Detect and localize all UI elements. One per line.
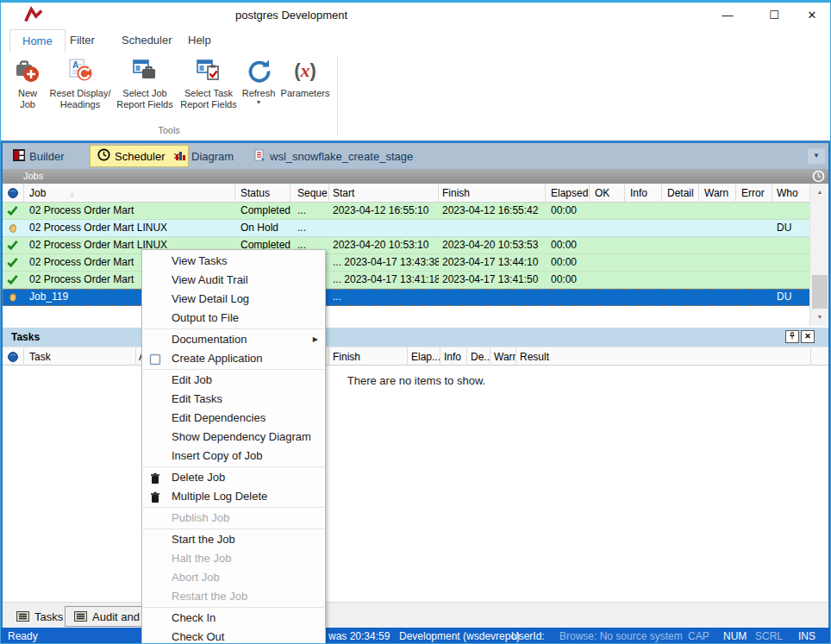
menu-item-halt-the-job: Halt the Job: [142, 549, 325, 568]
status-num-lock: NUM: [723, 628, 747, 644]
menu-item-delete-job[interactable]: Delete Job: [142, 468, 325, 487]
group-divider: [337, 56, 338, 135]
trash-icon: [149, 491, 161, 510]
menu-item-edit-job[interactable]: Edit Job: [142, 371, 325, 390]
scroll-down-icon[interactable]: ▼: [810, 309, 829, 326]
ribbon-tab-bar: Home Filter Scheduler Help: [1, 27, 830, 53]
tasks-row-state-column-icon[interactable]: [3, 347, 24, 366]
scroll-up-icon[interactable]: ▲: [810, 184, 829, 201]
menu-item-edit-tasks[interactable]: Edit Tasks: [142, 390, 325, 409]
tab-overflow-dropdown-icon[interactable]: ▼: [808, 148, 825, 164]
menu-item-create-application[interactable]: Create Application: [142, 349, 325, 368]
column-header-who[interactable]: Who: [772, 184, 811, 203]
builder-icon: [13, 149, 25, 164]
column-header-elapsed[interactable]: Elapsed: [546, 184, 590, 203]
job-row[interactable]: 02 Process Order Mart LINUX On Hold ... …: [3, 220, 830, 237]
window-title: postgres Development: [235, 9, 347, 22]
menu-item-check-out[interactable]: Check Out: [142, 628, 325, 644]
column-header-warn[interactable]: Warn: [699, 184, 736, 203]
menu-separator: [143, 466, 324, 467]
job-onhold-hand-icon: [7, 222, 19, 237]
column-header-job[interactable]: Job▵: [24, 184, 235, 203]
select-job-report-icon: [111, 55, 178, 86]
job-row-selected[interactable]: Job_119 ... DU: [3, 289, 830, 306]
column-header-status[interactable]: Status: [235, 184, 291, 203]
column-header-sequence[interactable]: Seque...: [291, 184, 329, 203]
column-header-task-info[interactable]: Info: [440, 347, 467, 366]
ribbon-tab-filter[interactable]: Filter: [58, 29, 107, 53]
menu-item-view-detail-log[interactable]: View Detail Log: [142, 290, 325, 309]
app-logo-icon: [23, 6, 44, 28]
menu-item-check-in[interactable]: Check In: [142, 609, 325, 628]
jobs-table-header: Job▵ Status Seque... Start Finish Elapse…: [3, 184, 830, 203]
column-header-task-warn[interactable]: Warn: [490, 347, 516, 366]
ribbon-tab-home[interactable]: Home: [9, 29, 66, 53]
column-header-task-detail[interactable]: De...: [467, 347, 490, 366]
column-header-info[interactable]: Info: [625, 184, 662, 203]
ribbon-tab-help[interactable]: Help: [176, 29, 223, 53]
column-header-error[interactable]: Error: [736, 184, 772, 203]
maximize-button[interactable]: ☐: [761, 6, 787, 25]
parameters-icon: (x): [278, 55, 332, 86]
column-header-task[interactable]: Task: [24, 347, 136, 366]
menu-item-documentation[interactable]: Documentation▶: [142, 330, 325, 349]
menu-item-view-tasks[interactable]: View Tasks: [142, 252, 325, 271]
ribbon-toolbar: New Job A Reset Display/ Headings: [1, 53, 830, 141]
tab-wsl-snowflake-create-stage[interactable]: wsl_snowflake_create_stage: [247, 145, 420, 167]
status-bar: Ready was 20:34:59 Development (wsdevrep…: [1, 628, 830, 644]
reset-display-button[interactable]: A Reset Display/ Headings: [44, 55, 116, 110]
parameters-button[interactable]: (x) Parameters: [278, 55, 332, 99]
tasks-panel-title: Tasks: [11, 331, 40, 343]
refresh-dropdown-caret[interactable]: ▼: [239, 99, 278, 106]
column-header-task-result[interactable]: Result: [516, 347, 811, 366]
column-header-task-elapsed[interactable]: Elap...: [408, 347, 440, 366]
jobs-vertical-scrollbar[interactable]: ▲ ▼: [809, 184, 828, 326]
refresh-button[interactable]: Refresh ▼: [239, 55, 278, 106]
status-insert-mode: INS: [798, 628, 815, 644]
reset-display-icon: A: [44, 55, 116, 86]
new-job-button[interactable]: New Job: [8, 55, 47, 110]
job-row[interactable]: 02 Process Order Mart ... 2023-04-17 13:…: [3, 254, 830, 272]
tasks-close-icon[interactable]: ✕: [801, 330, 815, 343]
menu-item-start-the-job[interactable]: Start the Job: [142, 530, 325, 549]
column-header-ok[interactable]: OK: [590, 184, 625, 203]
menu-separator: [143, 328, 324, 329]
menu-separator: [143, 528, 324, 529]
job-row[interactable]: 02 Process Order Mart LINUX Completed ..…: [3, 237, 830, 254]
job-row[interactable]: 02 Process Order Mart ... 2023-04-17 13:…: [3, 272, 830, 289]
application-icon: [149, 353, 161, 372]
jobs-row-state-column-icon[interactable]: [3, 184, 24, 203]
menu-item-publish-job: Publish Job: [142, 509, 325, 528]
job-row[interactable]: 02 Process Order Mart Completed ... 2023…: [3, 203, 830, 220]
menu-item-edit-dependencies[interactable]: Edit Dependencies: [142, 409, 325, 428]
menu-item-insert-copy-of-job[interactable]: Insert Copy of Job: [142, 447, 325, 466]
column-header-start[interactable]: Start: [329, 184, 439, 203]
minimize-button[interactable]: —: [715, 6, 740, 25]
jobs-clock-icon: [812, 170, 825, 183]
job-completed-check-icon: [7, 205, 18, 219]
menu-item-show-dependency-diagram[interactable]: Show Dependency Diagram: [142, 428, 325, 447]
jobs-panel-header: Jobs: [3, 169, 830, 184]
tab-diagram[interactable]: Diagram: [168, 145, 241, 167]
status-environment: Development (wsdevrepo): [399, 628, 520, 644]
select-task-report-fields-button[interactable]: Select Task Report Fields: [180, 55, 237, 110]
status-userid: UserId:: [511, 628, 545, 644]
svg-text:A: A: [72, 60, 78, 70]
app-window: postgres Development — ☐ ✕ Home Filter S…: [0, 0, 831, 644]
menu-item-output-to-file[interactable]: Output to File: [142, 309, 325, 328]
bottom-tab-bar: Tasks Audit and Sche: [3, 602, 830, 628]
bottom-tab-tasks[interactable]: Tasks: [8, 606, 72, 627]
close-button[interactable]: ✕: [799, 6, 825, 25]
ribbon-tab-scheduler[interactable]: Scheduler: [109, 29, 184, 53]
column-header-finish[interactable]: Finish: [439, 184, 546, 203]
job-onhold-hand-icon: [7, 291, 19, 306]
column-header-detail[interactable]: Detail: [662, 184, 699, 203]
column-header-task-finish[interactable]: Finish: [329, 347, 408, 366]
select-task-report-icon: [180, 55, 237, 86]
menu-item-multiple-log-delete[interactable]: Multiple Log Delete: [142, 487, 325, 506]
pin-icon[interactable]: [785, 330, 799, 343]
menu-item-view-audit-trail[interactable]: View Audit Trail: [142, 271, 325, 290]
tab-builder[interactable]: Builder: [6, 145, 71, 167]
select-job-report-fields-button[interactable]: Select Job Report Fields: [111, 55, 178, 110]
menu-item-restart-the-job: Restart the Job: [142, 587, 325, 606]
